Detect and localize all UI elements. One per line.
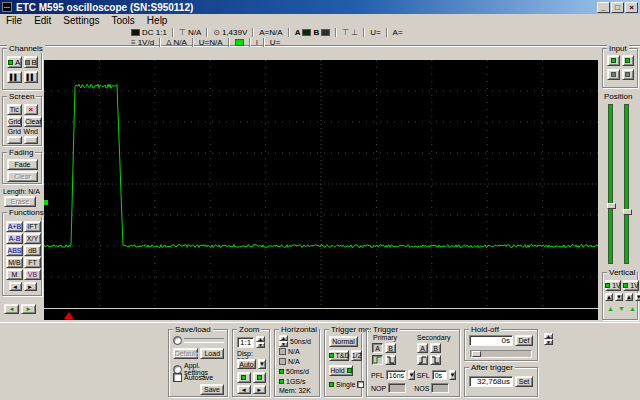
nos-field[interactable] [431,383,449,393]
save-button[interactable]: Save [200,384,224,395]
primary-rising-edge-button[interactable] [372,355,383,365]
pfl-dropdown[interactable]: ▼ [408,370,415,380]
input-coupling-a-button[interactable] [607,55,620,66]
pan-left-button[interactable]: ◄ [4,304,19,314]
wnd-toggle[interactable] [24,136,39,144]
zoom-auto-dropdown[interactable]: ▼ [258,359,266,369]
volts-b-down-button[interactable]: ▼ [635,293,640,301]
fading-clear-button[interactable]: Clear [7,171,38,182]
volts-a-down-button[interactable]: ▼ [615,293,623,301]
input-probe-a-button[interactable] [607,69,620,80]
spinner-down-icon[interactable]: ▼ [544,339,553,345]
slot-slider[interactable] [184,338,224,343]
cross-button[interactable]: × [24,104,39,115]
function-a-b[interactable]: A+B [6,221,23,232]
trigger-hold-button[interactable]: Hold [329,365,353,376]
hold-off-slider-thumb[interactable] [472,351,481,357]
slope-rise-icon[interactable]: ⊤ [342,28,349,37]
position-slider-b[interactable] [624,104,629,264]
menu-file[interactable]: File [0,15,28,26]
grid-button[interactable]: Grid [7,116,22,127]
timebase-spinner[interactable]: ▲ ▼ [279,335,288,347]
function-a-b[interactable]: A-B [6,233,23,244]
fade-button[interactable]: Fade [7,159,38,170]
scope-scrollbar[interactable] [44,309,598,320]
alt-timebase-led[interactable] [279,369,284,374]
primary-source-b-button[interactable]: B [385,343,396,353]
functions-next-button[interactable]: ► [24,282,37,291]
sfl-dropdown[interactable]: ▼ [449,370,456,380]
tic-button[interactable]: Tic [7,104,22,115]
secondary-source-a-button[interactable]: A [417,343,428,353]
pan-right-button[interactable]: ► [21,304,36,314]
channel-position-marker[interactable] [44,200,48,205]
function-ft[interactable]: FT [24,257,41,268]
load-button[interactable]: Load [200,348,224,359]
default-button[interactable]: Default [173,348,198,359]
nudge-b-up-icon[interactable]: ▲ [629,305,636,312]
channel-a-active-swatch[interactable] [235,39,244,46]
zoom-spinner[interactable]: ▲ ▼ [256,336,265,348]
function-vb[interactable]: VB [24,269,41,280]
zoom-left-button[interactable]: ◄ [237,385,251,394]
hold-off-field[interactable]: 0s [469,335,513,346]
zoom-ratio-field[interactable]: 1:1 [237,337,254,348]
hold-off-spinner[interactable]: ▲ ▼ [544,333,553,345]
primary-source-a-button[interactable]: A [372,343,383,353]
volts-div-a-button[interactable]: 1V [605,280,621,291]
zoom-tool-a-button[interactable] [237,372,251,383]
sample-rate-led[interactable] [279,379,284,384]
function-ift[interactable]: IFT [24,221,41,232]
secondary-source-b-button[interactable]: B [430,343,441,353]
trigger-position-marker[interactable] [64,312,74,319]
nudge-a-down-icon[interactable]: ▼ [618,305,625,312]
pause-b-button[interactable]: ▌▌ [24,71,39,83]
functions-prev-button[interactable]: ◄ [9,282,22,291]
volts-a-up-button[interactable]: ▲ [605,293,613,301]
zoom-tool-b-button[interactable] [253,372,267,383]
secondary-falling-edge-button[interactable] [430,355,441,365]
pfl-field[interactable]: 16ns [386,370,406,380]
function-x-y[interactable]: X/Y [24,233,41,244]
hold-off-def-button[interactable]: Def [515,335,533,346]
hold-off-slider[interactable] [470,350,532,358]
function-m[interactable]: M [6,269,23,280]
nop-field[interactable] [388,383,406,393]
function-m-b[interactable]: M/B [6,257,23,268]
cursor-icon[interactable]: I [256,38,258,47]
menu-edit[interactable]: Edit [28,15,57,26]
volts-b-up-button[interactable]: ▲ [625,293,633,301]
channel-a-swatch[interactable] [302,29,311,36]
input-probe-b-button[interactable] [622,69,635,80]
minimize-icon[interactable]: _ [597,2,610,13]
input-coupling-b-button[interactable] [622,55,635,66]
spinner-down-icon[interactable]: ▼ [279,341,288,347]
spinner-down-icon[interactable]: ▼ [256,342,265,348]
trigger-normal-button[interactable]: Normal [329,336,358,347]
scope-display[interactable] [44,60,598,308]
trigger-td-button[interactable]: T&D [329,350,349,361]
autosave-checkbox[interactable] [173,373,182,382]
sfl-field[interactable]: 0s [432,370,447,380]
position-slider-b-thumb[interactable] [623,209,632,215]
close-icon[interactable]: × [625,2,638,13]
grid-toggle[interactable] [7,136,22,144]
menu-tools[interactable]: Tools [106,15,141,26]
single-checkbox[interactable] [357,381,364,388]
pause-a-button[interactable]: ▌▌ [7,71,22,83]
secondary-rising-edge-button[interactable] [417,355,428,365]
after-trigger-field[interactable]: 32,768us [469,376,513,387]
zoom-right-button[interactable]: ► [253,385,267,394]
channel-b-swatch[interactable] [321,29,330,36]
after-trigger-set-button[interactable]: Set [515,376,533,387]
primary-falling-edge-button[interactable] [385,355,396,365]
volts-div-b-button[interactable]: 1V [623,280,639,291]
slot-radio[interactable] [173,336,182,345]
menu-help[interactable]: Help [141,15,174,26]
nudge-a-up-icon[interactable]: ▲ [607,305,614,312]
function-abs[interactable]: ABS [6,245,23,256]
screen-clear-button[interactable]: Clear [24,116,42,127]
position-slider-a-thumb[interactable] [607,203,616,209]
channel-b-button[interactable]: B [24,56,39,68]
function-db[interactable]: dB [24,245,41,256]
